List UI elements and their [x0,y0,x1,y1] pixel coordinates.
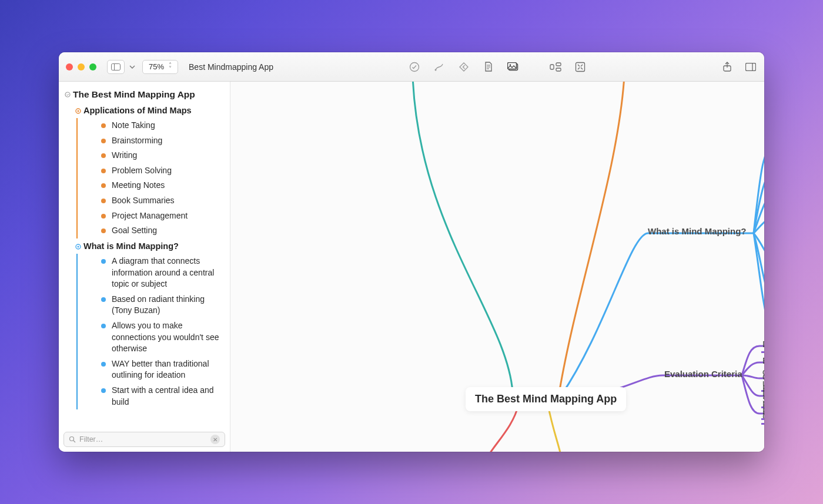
svg-line-23 [73,441,75,442]
svg-rect-11 [556,63,561,66]
back-diamond-icon [459,62,469,72]
map-branch-title[interactable]: Evaluation Criteria [664,368,742,380]
close-window-button[interactable] [66,63,73,70]
zoom-window-button[interactable] [89,63,96,70]
inspector-toggle-button[interactable] [744,61,757,73]
share-icon [722,62,732,72]
traffic-lights [66,63,96,70]
note-tool-button[interactable] [482,61,495,73]
stepper-icon: ˄˅ [169,63,172,70]
outline-section[interactable]: Applications of Mind Maps [62,103,224,118]
minimize-window-button[interactable] [78,63,85,70]
back-tool-button[interactable] [457,61,470,73]
svg-rect-0 [112,63,121,70]
svg-point-3 [434,69,436,70]
svg-point-19 [78,110,79,112]
image-tool-button[interactable] [507,61,520,73]
app-window: 75% ˄˅ Best Mindmapping App [59,52,764,452]
checkmark-tool-button[interactable] [408,61,421,73]
outline-section-label: What is Mind Mapping? [83,240,179,252]
outline-item[interactable]: Start with a central idea and build [78,383,224,409]
note-icon [484,62,493,72]
zoom-value: 75% [149,62,164,71]
search-icon [69,436,76,443]
outline-item[interactable]: Project Management [78,209,224,224]
outline-section[interactable]: What is Mind Mapping? [62,238,224,254]
disclosure-icon [75,108,81,114]
layout-tool-button[interactable] [549,61,562,73]
focus-icon [575,62,586,72]
disclosure-icon [65,92,71,98]
map-node[interactable]: Design [761,338,764,353]
outline-item[interactable]: Note Taking [78,118,224,133]
outline-root-label: The Best Mind Mapping App [73,88,195,101]
sidebar-menu-button[interactable] [128,60,136,74]
svg-rect-12 [556,68,561,71]
sidebar-toggle-button[interactable] [107,60,125,74]
toolbar-center [408,61,587,73]
filter-placeholder: Filter… [79,435,103,443]
outline-item[interactable]: Based on radiant thinking (Tony Buzan) [78,292,224,318]
sidebar-icon [111,63,121,70]
inspector-icon [745,63,756,71]
layout-icon [550,62,561,72]
outline-item[interactable]: Brainstorming [78,133,224,149]
outline-section-label: Applications of Mind Maps [83,105,192,116]
outline-item[interactable]: Book Summaries [78,193,224,209]
svg-point-22 [70,437,74,441]
share-button[interactable] [721,61,734,73]
outline-item[interactable]: WAY better than traditional outlining fo… [78,357,224,383]
connection-icon [434,62,444,72]
outline-sidebar: The Best Mind Mapping App Applications o… [59,82,230,452]
outline-item[interactable]: A diagram that connects information arou… [78,254,224,292]
disclosure-icon [75,244,81,250]
document-title: Best Mindmapping App [189,62,273,72]
clear-filter-button[interactable]: ✕ [210,435,220,444]
mindmap-canvas[interactable]: The Best Mind Mapping App Project Manage… [230,82,764,452]
map-node[interactable]: Price [761,405,764,420]
outline-item[interactable]: Meeting Notes [78,178,224,193]
svg-point-17 [65,92,70,97]
outline-tree[interactable]: The Best Mind Mapping App Applications o… [59,82,230,452]
focus-tool-button[interactable] [574,61,587,73]
checkmark-circle-icon [409,62,420,72]
chevron-down-icon [129,65,135,69]
svg-rect-13 [576,62,584,71]
svg-rect-10 [550,65,554,69]
outline-root[interactable]: The Best Mind Mapping App [62,86,224,103]
outline-item[interactable]: Allows you to make connections you would… [78,318,224,357]
image-icon [507,62,519,72]
svg-rect-15 [746,63,756,70]
map-branch-title[interactable]: What is Mind Mapping? [648,226,746,237]
outline-item[interactable]: Goal Setting [78,223,224,238]
zoom-control[interactable]: 75% ˄˅ [142,60,178,74]
svg-point-21 [78,246,79,247]
filter-input[interactable]: Filter… ✕ [63,432,225,447]
outline-item[interactable]: Writing [78,148,224,163]
outline-item[interactable]: Problem Solving [78,163,224,179]
center-node[interactable]: The Best Mind Mapping App [466,387,626,411]
connection-tool-button[interactable] [433,61,446,73]
titlebar: 75% ˄˅ Best Mindmapping App [59,52,764,82]
